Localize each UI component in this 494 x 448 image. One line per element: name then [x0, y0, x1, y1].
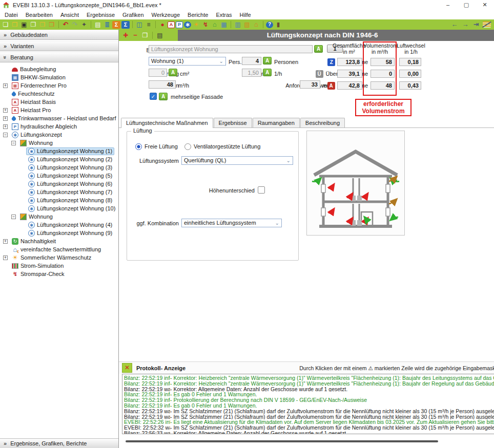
tree-item[interactable]: Lüftungskonzept Wohnung (10) — [0, 204, 118, 212]
assistant-button[interactable]: A — [263, 57, 272, 65]
tree-list-icon[interactable]: ≡ — [145, 21, 153, 29]
expander-icon[interactable] — [3, 83, 8, 88]
tree-item[interactable]: hydraulischer Abgleich — [0, 122, 118, 131]
sidebar-section-varianten[interactable]: Varianten — [0, 41, 118, 51]
menu-item[interactable]: Grafiken — [119, 11, 148, 19]
tree-item[interactable]: Lüftungskonzept Wohnung (8) — [0, 196, 118, 204]
assistant-button[interactable]: A — [263, 69, 272, 76]
baubegleitung-icon[interactable]: ● — [158, 21, 167, 29]
sum-blue-icon[interactable]: Σ — [121, 21, 130, 29]
tree-item[interactable]: Baubegleitung — [0, 65, 118, 73]
door-icon[interactable]: ▮ — [274, 21, 282, 29]
copy-entry-icon[interactable]: ❐ — [141, 32, 149, 39]
tree-item[interactable]: Lüftungskonzept Wohnung (9) — [0, 229, 118, 237]
radio-ventilatorgestuetzt[interactable]: Ventilatorgestützte Lüftung — [184, 143, 260, 150]
fassade-checkbox[interactable]: ✓ — [150, 93, 157, 100]
menu-item[interactable]: Datei — [1, 11, 22, 19]
close-protokoll-button[interactable]: ✕ — [122, 363, 132, 373]
sidebar-section-beratung[interactable]: Beratung — [0, 52, 118, 62]
infiltration-input[interactable]: 48 — [149, 80, 176, 89]
export-folder-icon[interactable]: ❒ — [48, 21, 56, 29]
log-entry[interactable]: Bilanz: 22:56:33 warn - Korrektor: Allge… — [124, 431, 494, 434]
expander-icon[interactable] — [3, 255, 8, 260]
menu-item[interactable]: Hilfe — [236, 11, 255, 19]
bolt-icon[interactable]: ↯ — [201, 21, 210, 29]
log-entry[interactable]: EVEBI: 22:52:32 warn - Im SZ Schlafzimme… — [124, 425, 494, 431]
log-horizontal-scrollbar[interactable] — [123, 439, 490, 443]
tree-item[interactable]: Heizlast Pro — [0, 106, 118, 114]
expander-icon[interactable] — [11, 215, 16, 219]
assistant-button[interactable]: A — [159, 93, 168, 100]
hoehenunterschied-checkbox[interactable] — [258, 186, 265, 194]
paste-entry-icon[interactable]: ▤ — [156, 32, 164, 39]
log-entry[interactable]: Bilanz: 22:52:19 info - Korrektor: Heizb… — [124, 381, 494, 387]
log-entry[interactable]: Bilanz: 22:52:19 warn - Im SZ Schlafzimm… — [124, 409, 494, 414]
undo-icon[interactable]: ↶ — [61, 21, 70, 29]
log-entry[interactable]: Bilanz: 22:52:19 info - Es gab 0 Fehler … — [124, 403, 494, 409]
tree-item[interactable]: Förderrechner Pro — [0, 81, 118, 90]
scrollbar-thumb[interactable] — [126, 440, 438, 442]
tree-item[interactable]: Lüftungskonzept Wohnung (2) — [0, 155, 118, 163]
values-list-icon[interactable]: ≣ — [103, 21, 111, 29]
n50-input[interactable]: 1,50 — [242, 69, 261, 77]
roof-icon[interactable]: ⌂ — [252, 21, 260, 29]
new-file-icon[interactable]: ❏ — [2, 21, 10, 29]
menu-item[interactable]: Werkzeuge — [148, 11, 184, 19]
lueftungssystem-select[interactable]: Querlüftung (QL) — [181, 156, 293, 165]
edit-values-icon[interactable] — [483, 22, 491, 28]
menu-item[interactable]: Ansicht — [57, 11, 83, 19]
open-folder-icon[interactable]: ❒ — [11, 21, 19, 29]
wohnung-select[interactable]: Wohnung (1) — [149, 57, 226, 66]
personen-input[interactable]: 4 — [242, 57, 261, 65]
sidebar-section-ergebnisse[interactable]: Ergebnisse, Grafiken, Berichte — [0, 438, 118, 448]
redo-icon[interactable]: ↷ — [71, 21, 79, 29]
tree-item[interactable]: Sommerlicher Wärmeschutz — [0, 253, 118, 262]
expander-icon[interactable] — [3, 239, 8, 244]
add-entry-icon[interactable]: ✚ — [121, 32, 130, 39]
tab[interactable]: Raumangaben — [253, 118, 300, 127]
aoeffnung-input[interactable]: 0 — [149, 69, 167, 77]
tree-item[interactable]: Lüftungskonzept Wohnung (5) — [0, 172, 118, 180]
menu-item[interactable]: Berichte — [184, 11, 212, 19]
sum-orange-icon[interactable]: Σ — [112, 21, 120, 29]
help-icon[interactable]: ? — [266, 22, 273, 28]
bezeichnung-input[interactable]: Lüftungskonzept Wohnung — [149, 45, 313, 53]
tree-item[interactable]: vereinfachte Sachwertermittlung — [0, 245, 118, 253]
bhkw-icon[interactable]: ▦ — [220, 21, 228, 29]
log-entry[interactable]: EVEBI: 22:52:26 info - Es liegt eine Akt… — [124, 419, 494, 425]
flowchart-icon[interactable]: ◫ — [135, 21, 143, 29]
save-icon[interactable]: ▣ — [20, 21, 28, 29]
tab[interactable]: Lüftungstechnische Maßnahmen — [121, 118, 213, 128]
hydraulik-icon[interactable]: P — [176, 22, 183, 28]
tree-item[interactable]: Strom-Simulation — [0, 262, 118, 270]
tree-item[interactable]: Lüftungskonzept — [0, 131, 118, 139]
sidebar-section-gebaeudedaten[interactable]: Gebäudedaten — [0, 30, 118, 40]
lueftung-fan-icon[interactable]: ∗ — [184, 22, 191, 28]
tab[interactable]: Beschreibung — [300, 118, 345, 127]
log-entry[interactable]: Bilanz: 22:52:19 warn - Im SZ Schlafzimm… — [124, 414, 494, 420]
tree-item[interactable]: Lüftungskonzept Wohnung (6) — [0, 180, 118, 188]
maximize-button[interactable]: ▢ — [457, 0, 476, 10]
monitor-icon[interactable]: ▥ — [234, 21, 242, 29]
tree-item[interactable]: Feuchteschutz — [0, 90, 118, 98]
assistant-button[interactable]: A — [169, 69, 177, 76]
forward-icon[interactable]: → — [461, 21, 469, 29]
close-button[interactable]: ✕ — [476, 0, 494, 10]
radio-freie-lueftung[interactable]: Freie Lüftung — [135, 143, 178, 150]
tree-item[interactable]: Wohnung — [0, 212, 118, 221]
tree-item[interactable]: Nachhaltigkeit — [0, 237, 118, 245]
copy-icon[interactable]: ❐ — [29, 21, 37, 29]
assistant-button[interactable]: A — [314, 45, 323, 53]
minimize-button[interactable]: – — [439, 0, 457, 10]
tree-item[interactable]: Wohnung — [0, 139, 118, 147]
expander-icon[interactable] — [3, 108, 8, 113]
expander-icon[interactable] — [11, 141, 16, 145]
tree-item[interactable]: Stromspar-Check — [0, 270, 118, 278]
tree-item[interactable]: Trinkwarmwasser - Heizlast und Bedarf — [0, 114, 118, 122]
report-icon[interactable]: ▤ — [94, 21, 102, 29]
expander-icon[interactable] — [3, 116, 8, 121]
menu-item[interactable]: Extras — [212, 11, 236, 19]
tab[interactable]: Ergebnisse — [214, 118, 252, 127]
back-icon[interactable]: ← — [450, 21, 459, 29]
log-entry[interactable]: Bilanz: 22:52:19 info - Protokollierung … — [124, 397, 494, 403]
